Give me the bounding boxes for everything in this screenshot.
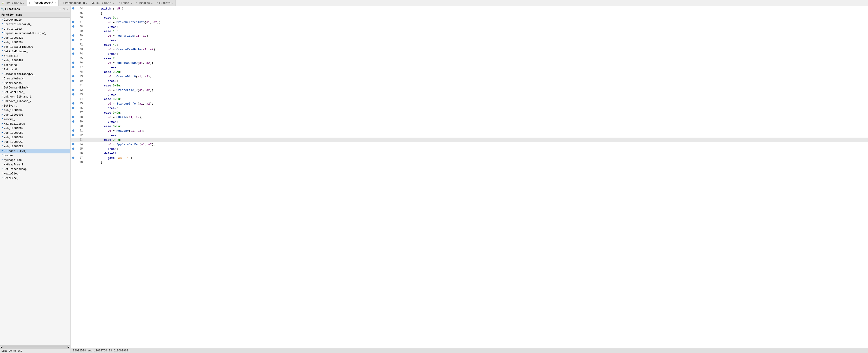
tab-pseudocode-b[interactable]: { }Pseudocode-B✕ xyxy=(59,0,90,6)
table-row[interactable]: 85 v6 = StartupInfo_(a1, a2); xyxy=(71,101,868,106)
tab-enums[interactable]: ≡Enums✕ xyxy=(117,0,134,6)
table-row[interactable]: 89 break; xyxy=(71,119,868,124)
function-item[interactable]: fHeapAlloc_ xyxy=(0,172,70,176)
function-item[interactable]: fsub_10001C80 xyxy=(0,131,70,135)
tab-close-enums[interactable]: ✕ xyxy=(130,2,132,5)
maximize-btn[interactable]: □ xyxy=(62,8,65,11)
table-row[interactable]: 92 break; xyxy=(71,133,868,138)
table-row[interactable]: 93 case 0xFu: xyxy=(71,138,868,142)
tab-ida-view-a[interactable]: 📊IDA View-A✕ xyxy=(0,0,27,6)
table-row[interactable]: 74 break; xyxy=(71,52,868,56)
function-item[interactable]: fMyHeapAlloc xyxy=(0,158,70,163)
tab-imports[interactable]: ≡Imports✕ xyxy=(134,0,155,6)
function-item[interactable]: fsub_10001C90 xyxy=(0,135,70,140)
tab-close-ida-view-a[interactable]: ✕ xyxy=(23,2,25,5)
function-item[interactable]: fsub_10001290 xyxy=(0,40,70,45)
table-row[interactable]: 77 break; xyxy=(71,65,868,70)
close-btn[interactable]: ✕ xyxy=(66,7,69,11)
table-row[interactable]: 83 break; xyxy=(71,92,868,97)
pseudocode-a-icon: { } xyxy=(29,2,33,4)
table-row[interactable]: 66 case 0u: xyxy=(71,16,868,20)
scroll-left-btn[interactable]: ◀ xyxy=(0,346,2,349)
function-item[interactable]: flstrlenW_ xyxy=(0,67,70,72)
function-item[interactable]: funknown_libname_2 xyxy=(0,99,70,104)
function-item[interactable]: fLoader xyxy=(0,153,70,158)
table-row[interactable]: 78 case 0xAu: xyxy=(71,70,868,74)
table-row[interactable]: 88 v6 = SHFile(a1, a2); xyxy=(71,115,868,119)
table-row[interactable]: 96 default: xyxy=(71,151,868,156)
table-row[interactable]: 70 v6 = FoundFiles(a1, a2); xyxy=(71,33,868,38)
function-item[interactable]: fSetFilePointer_ xyxy=(0,49,70,54)
table-row[interactable]: 76 v6 = sub_10004DD0(a1, a2); xyxy=(71,61,868,65)
function-item[interactable]: fSetEvent_ xyxy=(0,104,70,108)
function-item[interactable]: fsub_10001CE0 xyxy=(0,144,70,149)
function-item[interactable]: fGetLastError_ xyxy=(0,90,70,95)
functions-list[interactable]: fCloseHandle_fCreateDirectoryW_fCreateFi… xyxy=(0,18,70,345)
column-header-label: Function name xyxy=(1,13,23,17)
function-item[interactable]: fsub_10001CA0 xyxy=(0,140,70,144)
function-item[interactable]: fsub_100018B0 xyxy=(0,108,70,113)
table-row[interactable]: 97 goto LABEL_19; xyxy=(71,156,868,160)
function-item[interactable]: fCreateDirectoryW_ xyxy=(0,22,70,27)
function-item[interactable]: fsub_10001480 xyxy=(0,58,70,63)
table-row[interactable]: 69 case 1u: xyxy=(71,29,868,33)
tab-pseudocode-a[interactable]: { }Pseudocode-A✕ xyxy=(27,0,58,6)
horizontal-scrollbar[interactable]: ◀ ▶ xyxy=(0,345,70,349)
table-row[interactable]: 94 v6 = AppDataGetVer(a1, a2); xyxy=(71,142,868,147)
function-item[interactable]: fWriteFile_ xyxy=(0,54,70,58)
table-row[interactable]: 98 } xyxy=(71,160,868,165)
minimize-btn[interactable]: ─ xyxy=(59,8,62,11)
function-item[interactable]: fmemcmp_ xyxy=(0,117,70,122)
table-row[interactable]: 79 v6 = CreateDir_0(a1, a2); xyxy=(71,74,868,79)
function-item[interactable]: fMyHeapFree_0 xyxy=(0,163,70,167)
tab-exports[interactable]: ≡Exports✕ xyxy=(155,0,176,6)
table-row[interactable]: 81 case 0xBu: xyxy=(71,83,868,88)
function-item[interactable]: fsub_10001B60 xyxy=(0,126,70,131)
tab-close-exports[interactable]: ✕ xyxy=(172,2,174,5)
function-item[interactable]: flstrcatW_ xyxy=(0,63,70,67)
table-row[interactable]: 72 case 4u: xyxy=(71,42,868,47)
function-item[interactable]: fHeapFree_ xyxy=(0,176,70,181)
table-row[interactable]: 73 v6 = CreateReadFile(a1, a2); xyxy=(71,47,868,52)
function-item[interactable]: fGetProcessHeap_ xyxy=(0,167,70,172)
function-item[interactable]: fMainMalicious xyxy=(0,122,70,126)
function-item[interactable]: fCommandLineToArgvW_ xyxy=(0,72,70,77)
table-row[interactable]: 90 case 0xEu: xyxy=(71,124,868,128)
table-row[interactable]: 82 v6 = CreateFile_0(a1, a2); xyxy=(71,88,868,92)
function-item[interactable]: fsub_10001220 xyxy=(0,36,70,40)
function-item[interactable]: fSetFileAttributesW_ xyxy=(0,45,70,49)
table-row[interactable]: 68 break; xyxy=(71,24,868,29)
table-row[interactable]: 86 break; xyxy=(71,106,868,111)
functions-icon: 🔧 xyxy=(1,7,4,11)
table-row[interactable]: 64 switch ( v5 ) xyxy=(71,6,868,11)
line-number: 77 xyxy=(75,65,85,70)
code-content[interactable]: 64 switch ( v5 )65 {66 case 0u:67 v6 = D… xyxy=(71,6,868,348)
tab-close-hex-view-1[interactable]: ✕ xyxy=(113,2,115,5)
table-row[interactable]: 67 v6 = DriveRelatedInfo(a1, a2); xyxy=(71,20,868,24)
tab-hex-view-1[interactable]: 0xHex View-1✕ xyxy=(90,0,117,6)
function-item[interactable]: fExitProcess_ xyxy=(0,81,70,86)
table-row[interactable]: 95 break; xyxy=(71,147,868,151)
function-item[interactable]: fCloseHandle_ xyxy=(0,18,70,22)
function-item[interactable]: fExpandEnvironmentStringsW_ xyxy=(0,31,70,36)
table-row[interactable]: 71 break; xyxy=(71,38,868,42)
tab-close-pseudocode-b[interactable]: ✕ xyxy=(86,2,88,5)
function-item[interactable]: fDllMain(x,x,x) xyxy=(0,149,70,153)
table-row[interactable]: 87 case 0xDu: xyxy=(71,111,868,115)
function-type-icon: f xyxy=(1,28,3,30)
scroll-right-btn[interactable]: ▶ xyxy=(68,346,69,349)
table-row[interactable]: 75 case 7u: xyxy=(71,56,868,61)
function-item[interactable]: fsub_10001900 xyxy=(0,113,70,117)
table-row[interactable]: 91 v6 = ReadEnv(a1, a2); xyxy=(71,128,868,133)
function-item[interactable]: fCreateFileW_ xyxy=(0,27,70,31)
table-row[interactable]: 65 { xyxy=(71,11,868,16)
table-row[interactable]: 84 case 0xCu: xyxy=(71,97,868,101)
tab-close-pseudocode-a[interactable]: ✕ xyxy=(54,1,56,4)
line-number: 80 xyxy=(75,79,85,83)
function-item[interactable]: fCreateMutexW_ xyxy=(0,77,70,81)
table-row[interactable]: 80 break; xyxy=(71,79,868,83)
function-item[interactable]: funknown_libname_1 xyxy=(0,95,70,99)
function-name: sub_10001B60 xyxy=(4,127,23,130)
function-item[interactable]: fGetCommandLineW_ xyxy=(0,86,70,90)
tab-close-imports[interactable]: ✕ xyxy=(151,2,153,5)
